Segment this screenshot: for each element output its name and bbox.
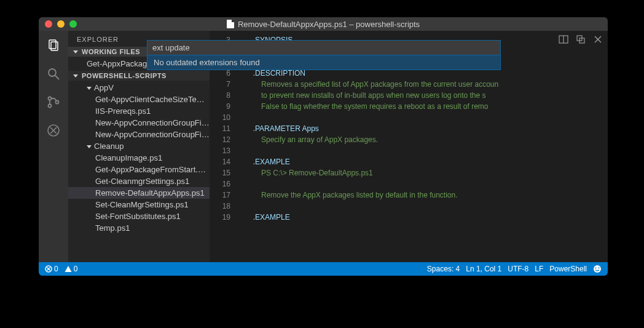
- titlebar: Remove-DefaultAppxApps.ps1 – powershell-…: [39, 17, 608, 31]
- svg-point-6: [56, 101, 59, 104]
- close-editor-icon[interactable]: [593, 34, 603, 44]
- svg-point-4: [49, 97, 52, 100]
- tree-file[interactable]: Get-AppxPackageFromStart.ps1: [68, 164, 210, 175]
- status-feedback-icon[interactable]: [593, 265, 602, 273]
- tree-file[interactable]: Get-CleanmgrSettings.ps1: [68, 175, 210, 187]
- command-palette-result-item[interactable]: No outdated extensions found: [147, 55, 500, 70]
- debug-tab[interactable]: [45, 122, 62, 139]
- window-title-text: Remove-DefaultAppxApps.ps1 – powershell-…: [238, 20, 420, 29]
- folder-tree: AppVGet-AppvClientCacheSizeTemp...IIS-Pr…: [68, 81, 210, 235]
- tree-folder[interactable]: AppV: [68, 82, 210, 94]
- file-icon: [227, 20, 234, 28]
- svg-rect-0: [49, 40, 56, 49]
- tree-file[interactable]: New-AppvConnectionGroupFil...: [68, 117, 210, 129]
- window-title: Remove-DefaultAppxApps.ps1 – powershell-…: [39, 20, 608, 29]
- tree-file[interactable]: Temp.ps1: [68, 222, 210, 234]
- tree-file[interactable]: IIS-Prereqs.ps1: [68, 105, 210, 117]
- svg-point-18: [595, 268, 597, 269]
- status-errors[interactable]: 0: [45, 265, 58, 273]
- tree-file[interactable]: Set-CleanMgrSettings.ps1: [68, 199, 210, 210]
- vscode-window: Remove-DefaultAppxApps.ps1 – powershell-…: [39, 17, 608, 276]
- svg-point-19: [599, 268, 600, 269]
- explorer-tab[interactable]: [45, 37, 62, 54]
- status-language[interactable]: PowerShell: [549, 265, 587, 273]
- svg-point-2: [49, 69, 56, 76]
- tree-file[interactable]: CleanupImage.ps1: [68, 152, 210, 164]
- split-editor-icon[interactable]: [559, 34, 568, 44]
- status-eol[interactable]: LF: [535, 265, 543, 273]
- status-warnings[interactable]: 0: [65, 265, 78, 273]
- status-bar: 0 0 Spaces: 4 Ln 1, Col 1 UTF-8 LF Power…: [39, 262, 608, 276]
- source-control-tab[interactable]: [45, 94, 62, 111]
- activity-bar: [39, 31, 68, 262]
- status-cursor[interactable]: Ln 1, Col 1: [466, 265, 501, 273]
- command-palette-input[interactable]: [147, 40, 501, 55]
- status-encoding[interactable]: UTF-8: [508, 265, 528, 273]
- tree-file[interactable]: Remove-DefaultAppxApps.ps1: [68, 187, 210, 199]
- tree-file[interactable]: Set-FontSubstitutes.ps1: [68, 210, 210, 222]
- tree-folder[interactable]: Cleanup: [68, 140, 210, 152]
- svg-line-3: [55, 76, 59, 79]
- tree-file[interactable]: Get-AppvClientCacheSizeTemp...: [68, 94, 210, 105]
- svg-point-5: [49, 105, 52, 108]
- command-palette-results: No outdated extensions found: [147, 55, 501, 70]
- search-tab[interactable]: [45, 65, 62, 82]
- more-actions-icon[interactable]: [576, 34, 586, 44]
- tree-file[interactable]: New-AppvConnectionGroupFil...: [68, 129, 210, 140]
- folder-header[interactable]: POWERSHELL-SCRIPTS: [68, 71, 210, 81]
- command-palette: No outdated extensions found: [147, 40, 501, 70]
- editor-actions: [559, 34, 603, 44]
- status-indent[interactable]: Spaces: 4: [427, 265, 460, 273]
- svg-point-17: [594, 265, 601, 273]
- svg-rect-1: [51, 42, 58, 50]
